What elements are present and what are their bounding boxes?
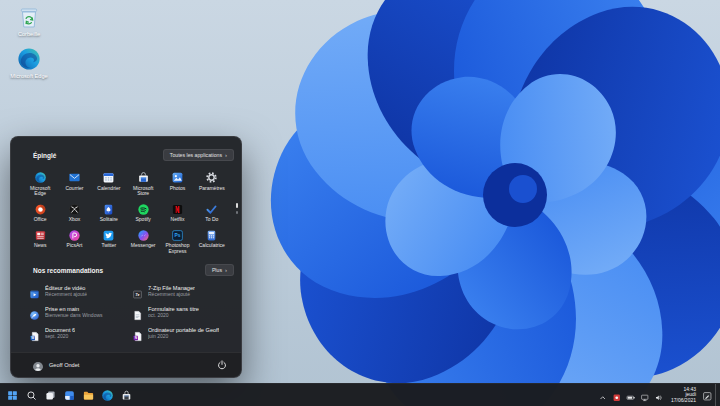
chevron-up-icon — [598, 390, 608, 400]
clock[interactable]: 14:43 jeudi 17/06/2021 — [667, 387, 700, 404]
pinned-app-label: Calculatrice — [199, 243, 225, 249]
sevenzip-icon: 7z — [132, 286, 143, 297]
user-button[interactable]: Geoff Ondet — [28, 357, 83, 373]
start-menu-footer: Geoff Ondet — [11, 352, 241, 377]
recommended-item[interactable]: Formulaire sans titre oct. 2020 — [126, 302, 229, 322]
pinned-app[interactable]: Twitter — [92, 225, 126, 257]
pinned-app-label: Netflix — [171, 217, 185, 223]
tray-icon-list — [596, 388, 666, 402]
start-menu: Épinglé Toutes les applications › Micros… — [10, 136, 242, 378]
pinned-app[interactable]: Calendrier — [92, 167, 126, 199]
widgets-icon — [63, 389, 76, 402]
pinned-app[interactable]: Paramètres — [195, 167, 229, 199]
pinned-app-label: Spotify — [136, 217, 151, 223]
pinned-app[interactable]: Calculatrice — [195, 225, 229, 257]
volume-button[interactable] — [652, 388, 665, 402]
pinned-app-label: Solitaire — [100, 217, 118, 223]
recommended-item[interactable]: Prise en main Bienvenue dans Windows — [23, 302, 126, 322]
form-icon — [132, 307, 143, 318]
edge-icon — [16, 46, 42, 72]
pinned-app[interactable]: Ps Photoshop Express — [160, 225, 194, 257]
pinned-app-label: Messenger — [131, 243, 156, 249]
store-icon — [137, 170, 150, 183]
folder-icon — [82, 389, 95, 402]
recommended-item[interactable]: N Ordinateur portable de Geoff juin 2020 — [126, 323, 229, 343]
recommended-item-subtitle: sept. 2020 — [45, 334, 75, 340]
pinned-app[interactable]: Microsoft Edge — [23, 167, 57, 199]
pinned-app[interactable]: PicsArt — [57, 225, 91, 257]
tray-corner-button[interactable] — [701, 388, 714, 402]
pinned-app[interactable]: Netflix — [160, 199, 194, 225]
desktop-shortcut-label: Microsoft Edge — [10, 73, 47, 79]
store-button[interactable] — [118, 387, 134, 403]
tray-app-button[interactable] — [610, 388, 623, 402]
pinned-app[interactable]: Microsoft Store — [126, 167, 160, 199]
network-icon — [640, 390, 650, 400]
hidden-icons-button[interactable] — [596, 388, 609, 402]
pinned-app-label: PicsArt — [67, 243, 83, 249]
all-apps-button[interactable]: Toutes les applications › — [163, 149, 234, 161]
recommended-item[interactable]: 7z 7-Zip File Manager Récemment ajouté — [126, 281, 229, 301]
search-icon — [25, 389, 38, 402]
pinned-app[interactable]: To Do — [195, 199, 229, 225]
desktop-shortcut[interactable]: Corbeille — [1, 4, 57, 37]
photos-icon — [171, 170, 184, 183]
pinned-app-label: Calendrier — [97, 186, 120, 192]
volume-icon — [654, 390, 664, 400]
battery-button[interactable] — [624, 388, 637, 402]
recommended-item[interactable]: Éditeur de vidéo Récemment ajouté — [23, 281, 126, 301]
user-name: Geoff Ondet — [49, 362, 79, 368]
video-editor-icon — [29, 286, 40, 297]
recommended-item-subtitle: oct. 2020 — [148, 313, 199, 319]
page-indicator[interactable] — [236, 203, 239, 214]
task-view-button[interactable] — [42, 387, 58, 403]
pinned-app[interactable]: Solitaire — [92, 199, 126, 225]
page-dot[interactable] — [236, 211, 239, 214]
battery-icon — [626, 390, 636, 400]
calculator-icon — [205, 228, 218, 241]
pinned-app[interactable]: Spotify — [126, 199, 160, 225]
edge-button[interactable] — [99, 387, 115, 403]
task-view-icon — [44, 389, 57, 402]
all-apps-label: Toutes les applications — [170, 152, 222, 158]
edge-icon — [101, 389, 114, 402]
desktop-shortcut[interactable]: Microsoft Edge — [1, 46, 57, 79]
more-button[interactable]: Plus › — [205, 264, 234, 276]
get-started-icon — [29, 307, 40, 318]
pinned-app-label: Paramètres — [199, 186, 225, 192]
search-button[interactable] — [23, 387, 39, 403]
pinned-app[interactable]: News — [23, 225, 57, 257]
pinned-app-label: To Do — [205, 217, 218, 223]
file-explorer-button[interactable] — [80, 387, 96, 403]
pinned-app[interactable]: Photos — [160, 167, 194, 199]
settings-icon — [205, 170, 218, 183]
more-label: Plus — [212, 267, 222, 273]
edge-icon — [34, 170, 47, 183]
taskbar: 14:43 jeudi 17/06/2021 — [0, 383, 720, 406]
page-dot-active[interactable] — [236, 203, 239, 208]
news-icon — [34, 228, 47, 241]
start-button[interactable] — [4, 387, 20, 403]
clock-date: 17/06/2021 — [671, 398, 696, 404]
pinned-app[interactable]: Courrier — [57, 167, 91, 199]
taskbar-buttons — [0, 387, 134, 403]
pinned-app[interactable]: Office — [23, 199, 57, 225]
desktop: Corbeille Microsoft Edge Épinglé Toutes … — [0, 0, 720, 406]
pinned-header: Épinglé — [33, 152, 56, 159]
onenote-doc-icon: N — [132, 328, 143, 339]
recommended-item-subtitle: juin 2020 — [148, 334, 219, 340]
pinned-app-label: Microsoft Edge — [25, 186, 56, 197]
svg-text:W: W — [31, 336, 34, 340]
system-tray: 14:43 jeudi 17/06/2021 — [596, 384, 720, 406]
tray-red-app-icon — [612, 390, 622, 400]
power-button[interactable] — [215, 357, 231, 373]
xbox-icon — [68, 202, 81, 215]
pinned-app[interactable]: Xbox — [57, 199, 91, 225]
pinned-app[interactable]: Messenger — [126, 225, 160, 257]
network-button[interactable] — [638, 388, 651, 402]
chevron-right-icon: › — [225, 268, 227, 273]
widgets-button[interactable] — [61, 387, 77, 403]
show-desktop-handle[interactable] — [715, 384, 719, 406]
recommended-item[interactable]: W Document 6 sept. 2020 — [23, 323, 126, 343]
spotify-icon — [137, 202, 150, 215]
